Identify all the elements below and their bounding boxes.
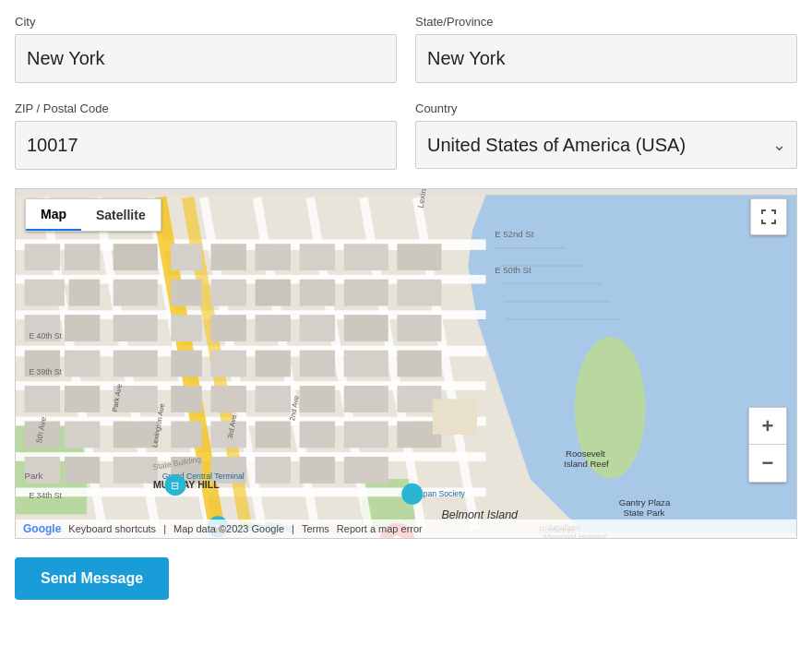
svg-rect-46 — [256, 315, 291, 341]
svg-rect-51 — [65, 351, 100, 377]
svg-point-126 — [401, 484, 423, 505]
svg-rect-49 — [397, 315, 441, 341]
country-group: Country United States of America (USA) C… — [415, 102, 797, 170]
svg-rect-44 — [171, 315, 202, 341]
satellite-view-button[interactable]: Satellite — [81, 199, 161, 231]
city-group: City — [15, 15, 397, 83]
map-attribution: Google Keyboard shortcuts | Map data ©20… — [16, 520, 796, 538]
svg-rect-54 — [211, 351, 246, 377]
zip-label: ZIP / Postal Code — [15, 102, 397, 115]
svg-text:Park: Park — [25, 471, 43, 481]
svg-rect-85 — [433, 399, 477, 434]
svg-rect-79 — [113, 457, 158, 484]
svg-rect-60 — [65, 386, 100, 412]
svg-rect-45 — [211, 315, 246, 341]
svg-rect-30 — [211, 244, 246, 270]
svg-rect-58 — [397, 351, 441, 377]
svg-text:Roosevelt: Roosevelt — [566, 448, 605, 459]
svg-rect-65 — [300, 386, 335, 412]
svg-rect-64 — [256, 386, 291, 412]
svg-rect-26 — [69, 280, 101, 306]
svg-text:E 39th St: E 39th St — [29, 367, 62, 376]
svg-rect-55 — [256, 351, 291, 377]
svg-rect-83 — [300, 457, 335, 484]
city-label: City — [15, 15, 397, 29]
svg-rect-24 — [65, 244, 100, 270]
svg-text:E 34th St: E 34th St — [29, 491, 62, 500]
svg-rect-25 — [25, 280, 65, 306]
svg-rect-63 — [211, 386, 246, 412]
svg-rect-66 — [344, 386, 388, 412]
country-select-wrapper: United States of America (USA) Canada Un… — [415, 121, 797, 169]
separator-2: | — [292, 523, 294, 534]
svg-rect-43 — [113, 315, 158, 341]
svg-rect-75 — [344, 421, 388, 448]
report-link[interactable]: Report a map error — [337, 523, 423, 534]
fullscreen-button[interactable] — [750, 198, 787, 235]
svg-rect-31 — [256, 244, 291, 270]
map-data-text: Map data ©2023 Google — [173, 523, 284, 534]
svg-rect-56 — [300, 351, 335, 377]
map-view-button[interactable]: Map — [26, 199, 81, 231]
map-type-toggle: Map Satellite — [25, 198, 161, 232]
svg-text:Island Reef: Island Reef — [564, 459, 609, 469]
svg-rect-52 — [113, 351, 158, 377]
svg-rect-42 — [65, 315, 100, 341]
svg-rect-38 — [397, 244, 441, 270]
country-label: Country — [415, 102, 797, 115]
svg-rect-33 — [171, 280, 202, 306]
svg-rect-62 — [171, 386, 202, 412]
zoom-in-button[interactable]: + — [749, 408, 786, 445]
zoom-out-button[interactable]: − — [749, 445, 786, 482]
footer-actions: Send Message — [15, 557, 797, 600]
keyboard-shortcuts[interactable]: Keyboard shortcuts — [68, 523, 156, 534]
svg-rect-23 — [25, 244, 60, 270]
svg-rect-35 — [256, 280, 291, 306]
svg-rect-28 — [113, 280, 158, 306]
svg-rect-36 — [300, 280, 335, 306]
svg-rect-29 — [171, 244, 202, 270]
map-zoom-controls: + − — [748, 407, 787, 483]
state-group: State/Province — [415, 15, 797, 83]
svg-text:E 50th St: E 50th St — [495, 265, 531, 275]
svg-text:State Park: State Park — [624, 508, 665, 518]
send-message-button[interactable]: Send Message — [15, 557, 169, 600]
svg-rect-34 — [211, 280, 246, 306]
map-container[interactable]: Map Satellite — [15, 188, 797, 539]
svg-text:E 52nd St: E 52nd St — [495, 229, 534, 239]
svg-rect-40 — [397, 280, 441, 306]
state-label: State/Province — [415, 15, 797, 29]
address-row-1: City State/Province — [15, 15, 797, 83]
svg-rect-48 — [344, 315, 388, 341]
svg-rect-32 — [300, 244, 335, 270]
svg-rect-82 — [256, 457, 291, 484]
map-svg: E 52nd St E 50th St E 40th St E 39th St … — [16, 189, 796, 538]
svg-rect-78 — [65, 457, 100, 484]
svg-rect-84 — [344, 457, 388, 484]
svg-text:Gantry Plaza: Gantry Plaza — [619, 497, 671, 508]
terms-link[interactable]: Terms — [302, 523, 329, 534]
zip-input[interactable] — [15, 121, 397, 170]
svg-rect-53 — [171, 351, 202, 377]
svg-rect-71 — [171, 421, 202, 448]
svg-text:⊟: ⊟ — [171, 480, 179, 491]
svg-rect-74 — [300, 421, 335, 448]
svg-text:E 40th St: E 40th St — [29, 331, 62, 340]
separator-1: | — [163, 523, 166, 534]
google-logo: Google — [23, 522, 61, 535]
svg-rect-37 — [344, 244, 388, 270]
svg-rect-57 — [344, 351, 388, 377]
svg-rect-39 — [344, 280, 388, 306]
zip-group: ZIP / Postal Code — [15, 102, 397, 170]
country-select[interactable]: United States of America (USA) Canada Un… — [415, 121, 797, 169]
svg-rect-69 — [65, 421, 100, 448]
svg-rect-47 — [300, 315, 335, 341]
svg-rect-27 — [113, 244, 158, 270]
address-row-2: ZIP / Postal Code Country United States … — [15, 102, 797, 170]
svg-rect-73 — [256, 421, 291, 448]
city-input[interactable] — [15, 34, 397, 83]
state-input[interactable] — [415, 34, 797, 83]
svg-rect-59 — [25, 386, 60, 412]
fullscreen-icon — [760, 209, 777, 225]
